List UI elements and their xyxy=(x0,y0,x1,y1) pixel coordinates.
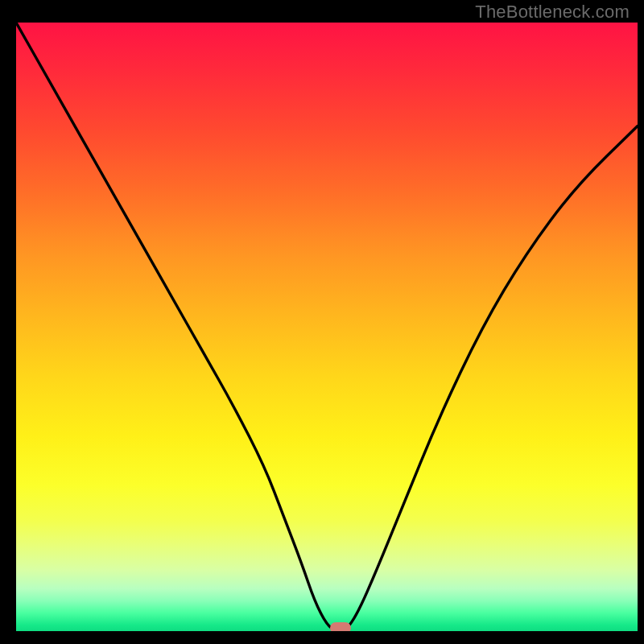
curve-svg xyxy=(16,23,638,631)
watermark-text: TheBottleneck.com xyxy=(475,2,630,23)
bottleneck-curve xyxy=(16,23,638,631)
optimal-marker-icon xyxy=(330,622,351,631)
plot-area xyxy=(16,23,638,631)
